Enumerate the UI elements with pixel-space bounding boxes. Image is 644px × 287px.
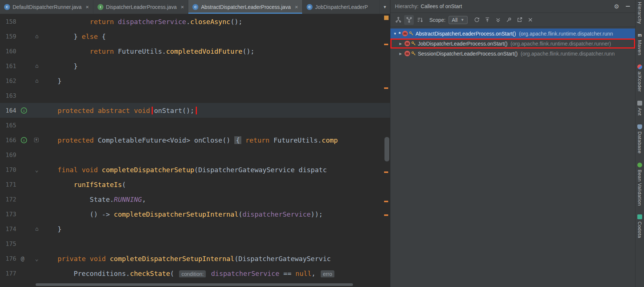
implemented-marker-icon[interactable]: ↓ (21, 107, 27, 114)
refresh-icon[interactable] (472, 15, 481, 25)
toolwindow-button-label: Ant (637, 108, 643, 116)
code-token: State. (42, 196, 114, 203)
code-token: { (98, 33, 106, 40)
hierarchy-tree-row[interactable]: ▼*mAbstractDispatcherLeaderProcess.onSta… (390, 29, 635, 39)
code-line: 160 return FutureUtils.completedVoidFutu… (0, 44, 390, 59)
tab-close-icon[interactable]: × (86, 4, 89, 10)
code-line: 171 runIfStateIs( (0, 177, 390, 192)
gutter: 162⌂ (0, 73, 42, 88)
gutter: 176@⌄ (0, 251, 42, 266)
toolwindow-button-maven[interactable]: mMaven (637, 33, 643, 56)
toolwindow-button-aixcoder[interactable]: aiXcoder (637, 64, 643, 92)
line-number: 161 (0, 63, 16, 70)
editor-pane: CDefaultDispatcherRunner.java×IDispatche… (0, 0, 390, 287)
line-number: 165 (0, 122, 16, 129)
code-token: void (90, 255, 106, 263)
line-number: 164 (0, 107, 16, 114)
code-token: } (42, 62, 78, 70)
jump-to-source-icon[interactable] (482, 15, 492, 25)
code-token: () -> (42, 210, 114, 218)
code-token: checkState (130, 270, 170, 277)
code-token: return (245, 136, 270, 144)
gutter-icons (16, 177, 42, 192)
code-token: } (42, 225, 62, 233)
gutter-icons: ⌂ (16, 73, 42, 88)
line-number: 172 (0, 196, 16, 203)
code-token (42, 47, 90, 55)
fold-end-icon[interactable]: ⌂ (35, 77, 39, 84)
vertical-scrollbar-thumb[interactable] (384, 137, 389, 161)
callee-hierarchy-icon[interactable] (404, 15, 414, 25)
code-token (42, 18, 90, 26)
tab-close-icon[interactable]: × (181, 4, 184, 10)
hierarchy-tree-row[interactable]: ▶mSessionDispatcherLeaderProcess.onStart… (390, 49, 635, 59)
editor-tab[interactable]: CDefaultDispatcherRunner.java× (0, 0, 93, 14)
fold-end-icon[interactable]: ⌂ (35, 33, 39, 40)
line-number: 159 (0, 33, 16, 40)
export-icon[interactable] (515, 15, 524, 25)
code-area: 158 return dispatcherService.closeAsync(… (0, 14, 390, 281)
code-token: dispatcherService (242, 210, 311, 218)
hide-panel-icon[interactable] (623, 2, 632, 11)
toolwindow-button-codota[interactable]: Codota (637, 214, 643, 238)
gutter: 169 (0, 147, 42, 162)
editor-tab[interactable]: IDispatcherLeaderProcess.java× (93, 0, 188, 14)
fold-arrow-icon[interactable]: ⌄ (35, 255, 39, 262)
caret-down-icon[interactable]: ▼ (393, 32, 399, 36)
fold-end-icon[interactable]: ⌂ (35, 226, 39, 232)
fold-end-icon[interactable]: ⌂ (35, 63, 39, 69)
code-token: FutureUtils. (270, 136, 322, 144)
code-token: protected (57, 107, 94, 114)
toolwindow-button-bean-validation[interactable]: Bean Validation (637, 163, 643, 206)
horizontal-scrollbar[interactable] (0, 282, 390, 287)
hidden-tabs-chevron-icon[interactable]: ▾ (380, 0, 390, 14)
code-line: 177 Preconditions.checkState( condition:… (0, 266, 390, 281)
analysis-status-indicator[interactable] (384, 16, 389, 20)
tree-node-package: (org.apache.flink.runtime.dispatcher.run… (521, 51, 615, 57)
pin-icon[interactable] (504, 15, 513, 25)
code-token: completeDispatcherSetup (102, 166, 194, 174)
scope-dropdown[interactable]: All ▼ (449, 16, 468, 24)
settings-gear-icon[interactable]: ⚙ (612, 2, 621, 11)
horizontal-scrollbar-thumb[interactable] (36, 283, 353, 286)
implemented-marker-icon[interactable]: ↓ (21, 137, 27, 143)
right-tool-strip: HierarchymMavenaiXcoderAntDatabaseBean V… (635, 0, 644, 287)
toolwindow-button-ant[interactable]: Ant (637, 101, 643, 116)
hierarchy-tree-row[interactable]: ▶mJobDispatcherLeaderProcess.onStart()(o… (390, 39, 635, 49)
sort-alphabetically-icon[interactable] (415, 15, 425, 25)
tab-close-icon[interactable]: × (295, 4, 298, 10)
gutter-icons: ⌂ (16, 59, 42, 73)
fold-collapsed-icon[interactable]: + (34, 138, 39, 142)
editor-tab[interactable]: CAbstractDispatcherLeaderProcess.java× (188, 0, 303, 14)
code-line: 172 State.RUNNING, (0, 192, 390, 207)
code-token: dispatcherService (211, 270, 279, 277)
caret-right-icon[interactable]: ▶ (399, 52, 404, 56)
code-text: runIfStateIs( (42, 181, 390, 188)
code-line: 166↓+ protected CompletableFuture<Void> … (0, 133, 390, 147)
code-token: private (57, 255, 86, 263)
code-token (42, 166, 57, 174)
toolwindow-button-hierarchy[interactable]: Hierarchy (637, 2, 643, 24)
editor-body[interactable]: 158 return dispatcherService.closeAsync(… (0, 14, 390, 287)
close-icon[interactable] (525, 15, 535, 25)
gutter-icons: ⌄ (16, 162, 42, 177)
code-token: runIfStateIs (74, 181, 122, 188)
toolwindow-button-database[interactable]: Database (637, 124, 643, 154)
line-number: 175 (0, 240, 16, 247)
vcs-change-marker (384, 201, 388, 202)
fold-arrow-icon[interactable]: ⌄ (35, 166, 39, 173)
vcs-change-marker (384, 44, 388, 45)
scope-label: Scope: (429, 17, 446, 23)
code-token (42, 136, 57, 144)
caller-hierarchy-icon[interactable] (393, 15, 403, 25)
caret-right-icon[interactable]: ▶ (399, 42, 404, 46)
code-token: } (42, 77, 62, 85)
parameter-hint-chip: condition: (179, 270, 206, 277)
gutter-icons: ⌂ (16, 221, 42, 236)
class-file-icon: C (192, 4, 198, 10)
gutter: 165 (0, 118, 42, 133)
code-token: CompletableFuture<Void> (94, 136, 194, 144)
editor-tab[interactable]: CJobDispatcherLeaderP (303, 0, 380, 14)
code-token: null (295, 270, 311, 277)
expand-all-icon[interactable] (493, 15, 503, 25)
